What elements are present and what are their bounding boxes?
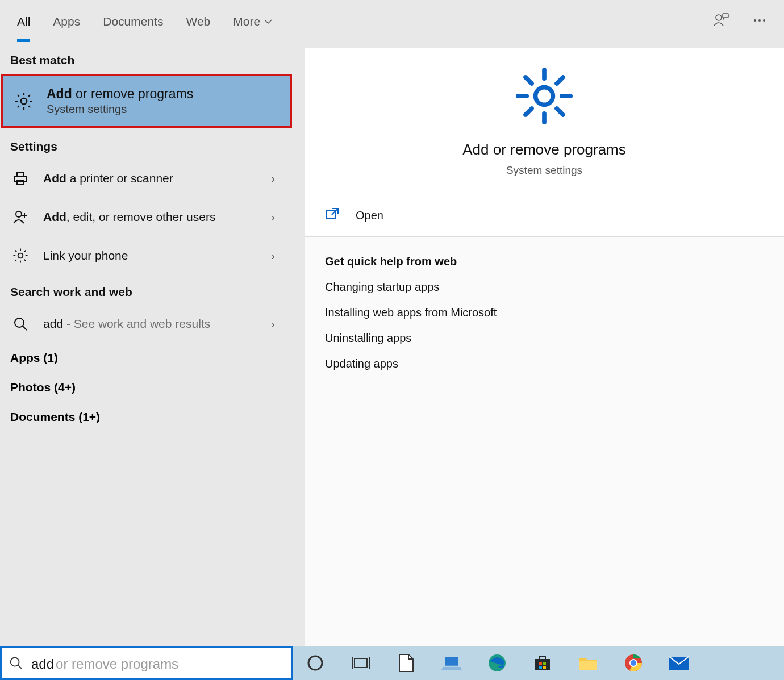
setting-add-users[interactable]: Add, edit, or remove other users › xyxy=(0,198,293,236)
preview-header: Add or remove programs System settings xyxy=(305,48,784,194)
help-section: Get quick help from web Changing startup… xyxy=(305,237,784,646)
edge-icon[interactable] xyxy=(486,652,508,674)
svg-rect-20 xyxy=(539,662,542,665)
open-label: Open xyxy=(356,209,383,222)
best-match-subtitle: System settings xyxy=(47,103,280,116)
setting-link-phone[interactable]: Link your phone › xyxy=(0,236,293,275)
svg-rect-19 xyxy=(535,659,550,670)
search-icon xyxy=(10,314,31,334)
category-apps[interactable]: Apps (1) xyxy=(0,343,293,373)
gear-icon xyxy=(10,245,31,266)
open-action[interactable]: Open xyxy=(305,194,784,237)
svg-point-10 xyxy=(18,253,23,258)
category-photos[interactable]: Photos (4+) xyxy=(0,373,293,402)
best-match-text: Add or remove programs System settings xyxy=(47,86,280,116)
svg-rect-21 xyxy=(543,662,546,665)
help-heading: Get quick help from web xyxy=(325,255,764,268)
store-icon[interactable] xyxy=(532,652,553,674)
chevron-right-icon: › xyxy=(263,318,283,331)
chevron-right-icon: › xyxy=(263,249,283,262)
cortana-icon[interactable] xyxy=(305,652,326,674)
help-link-update[interactable]: Updating apps xyxy=(325,357,764,370)
best-match-title-rest: or remove programs xyxy=(72,86,193,101)
preview-title: Add or remove programs xyxy=(316,141,773,158)
svg-rect-1 xyxy=(723,14,728,18)
tab-more-label: More xyxy=(233,15,260,28)
web-search-result[interactable]: add - See work and web results › xyxy=(0,304,293,343)
libreoffice-icon[interactable] xyxy=(395,652,417,674)
search-box[interactable]: add or remove programs xyxy=(0,646,293,680)
chevron-right-icon: › xyxy=(263,172,283,185)
search-input[interactable]: add or remove programs xyxy=(31,654,178,672)
feedback-icon[interactable] xyxy=(712,12,729,31)
svg-rect-22 xyxy=(539,666,542,669)
svg-point-0 xyxy=(716,15,722,20)
preview-panel: Add or remove programs System settings O… xyxy=(293,43,784,646)
svg-point-15 xyxy=(308,656,322,670)
svg-rect-17 xyxy=(445,657,458,666)
svg-rect-7 xyxy=(17,173,24,176)
svg-point-5 xyxy=(21,98,27,105)
settings-header: Settings xyxy=(0,130,293,159)
svg-point-2 xyxy=(754,19,756,22)
gear-icon xyxy=(316,65,773,130)
results-panel: Best match Add or remove programs System… xyxy=(0,43,293,646)
user-add-icon xyxy=(10,207,31,227)
help-link-install[interactable]: Installing web apps from Microsoft xyxy=(325,306,764,319)
svg-rect-24 xyxy=(579,661,597,670)
main-area: Best match Add or remove programs System… xyxy=(0,43,784,646)
header-actions xyxy=(712,12,767,31)
chevron-down-icon xyxy=(264,17,273,26)
task-view-icon[interactable] xyxy=(350,652,372,674)
file-explorer-icon[interactable] xyxy=(577,652,599,674)
svg-point-9 xyxy=(16,211,22,217)
svg-point-27 xyxy=(631,660,636,666)
best-match-result[interactable]: Add or remove programs System settings xyxy=(1,74,292,128)
svg-rect-13 xyxy=(327,210,335,219)
help-link-uninstall[interactable]: Uninstalling apps xyxy=(325,332,764,345)
laptop-icon[interactable] xyxy=(441,652,462,674)
setting-add-printer[interactable]: Add a printer or scanner › xyxy=(0,159,293,198)
text-cursor xyxy=(55,654,55,669)
svg-point-3 xyxy=(758,19,761,22)
tab-more[interactable]: More xyxy=(233,1,273,42)
bottom-bar: add or remove programs xyxy=(0,646,784,680)
tab-all[interactable]: All xyxy=(17,1,30,42)
best-match-header: Best match xyxy=(0,43,293,73)
chrome-icon[interactable] xyxy=(623,652,644,674)
tab-documents[interactable]: Documents xyxy=(103,1,163,42)
mail-icon[interactable] xyxy=(668,652,690,674)
search-icon xyxy=(9,656,23,670)
svg-point-11 xyxy=(15,318,24,327)
category-documents[interactable]: Documents (1+) xyxy=(0,402,293,432)
tab-apps[interactable]: Apps xyxy=(53,1,80,42)
svg-point-4 xyxy=(763,19,765,22)
search-suggestion: or remove programs xyxy=(56,656,178,672)
best-match-title-bold: Add xyxy=(47,86,72,101)
svg-rect-23 xyxy=(543,666,546,669)
svg-rect-16 xyxy=(355,658,367,668)
taskbar xyxy=(293,646,784,680)
open-icon xyxy=(325,207,340,224)
preview-subtitle: System settings xyxy=(316,164,773,177)
chevron-right-icon: › xyxy=(263,211,283,224)
filter-tabs: All Apps Documents Web More xyxy=(17,1,273,42)
search-typed-text: add xyxy=(31,656,54,672)
tab-web[interactable]: Web xyxy=(186,1,210,42)
more-options-icon[interactable] xyxy=(752,13,767,30)
svg-point-14 xyxy=(11,658,19,666)
search-header: All Apps Documents Web More xyxy=(0,0,784,43)
svg-point-12 xyxy=(536,87,553,105)
gear-icon xyxy=(14,91,34,111)
printer-icon xyxy=(10,168,31,189)
web-search-header: Search work and web xyxy=(0,275,293,304)
help-link-startup[interactable]: Changing startup apps xyxy=(325,281,764,294)
